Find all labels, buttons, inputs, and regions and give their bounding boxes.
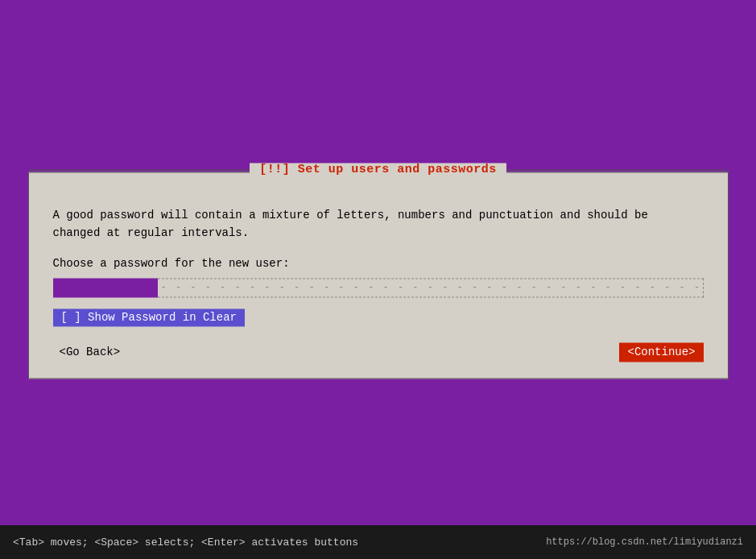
bottom-url: https://blog.csdn.net/limiyudianzi <box>546 536 743 548</box>
show-password-option[interactable]: [ ] Show Password in Clear <box>53 308 704 326</box>
dialog-description: A good password will contain a mixture o… <box>53 206 704 242</box>
password-field[interactable] <box>53 276 704 299</box>
dialog-box: [!!] Set up users and passwords A good p… <box>28 172 729 379</box>
dialog-buttons: <Go Back> <Continue> <box>53 342 704 362</box>
go-back-button[interactable]: <Go Back> <box>53 342 127 362</box>
show-password-label[interactable]: [ ] Show Password in Clear <box>53 308 245 326</box>
title-content: [!!] Set up users and passwords <box>250 163 506 176</box>
dialog-body: A good password will contain a mixture o… <box>29 184 728 378</box>
continue-button[interactable]: <Continue> <box>619 342 703 362</box>
password-empty-area <box>158 278 704 297</box>
password-label: Choose a password for the new user: <box>53 257 704 270</box>
bottom-hint: <Tab> moves; <Space> selects; <Enter> ac… <box>13 536 358 549</box>
dialog-title: [!!] Set up users and passwords <box>259 163 497 176</box>
title-line-left <box>29 169 250 170</box>
title-line-right <box>506 169 728 170</box>
bottom-bar: <Tab> moves; <Space> selects; <Enter> ac… <box>0 525 756 559</box>
dialog-container: [!!] Set up users and passwords A good p… <box>28 172 729 379</box>
title-row: [!!] Set up users and passwords <box>29 163 728 176</box>
password-filled-area <box>53 278 158 297</box>
